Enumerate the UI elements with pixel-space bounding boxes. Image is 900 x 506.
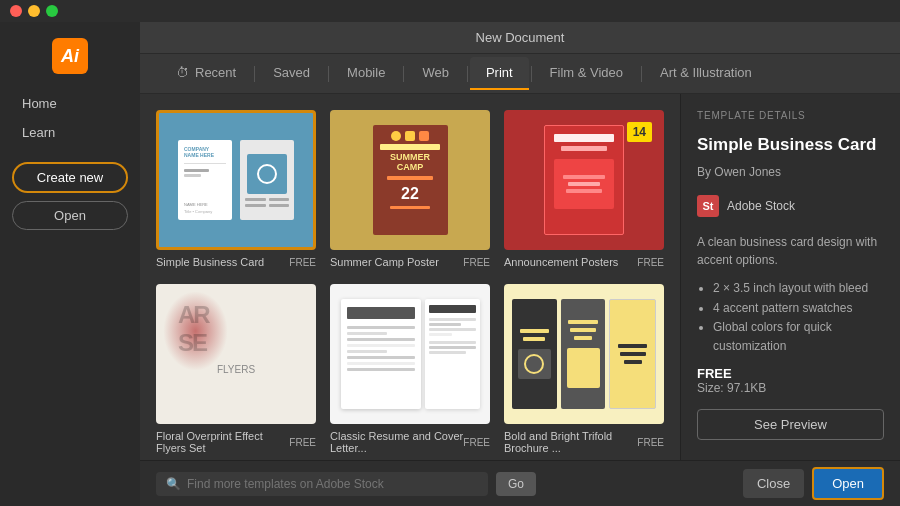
tab-web[interactable]: Web — [406, 57, 465, 90]
trifold-panel-3 — [609, 299, 656, 409]
template-name-resume: Classic Resume and Cover Letter... — [330, 430, 463, 454]
trifold-panel-2 — [561, 299, 606, 409]
template-label-row-floral: Floral Overprint Effect Flyers Set FREE — [156, 430, 316, 454]
clock-icon: ⏱ — [176, 65, 189, 80]
template-thumb-announcement: 14 — [504, 110, 664, 250]
details-section-label: TEMPLATE DETAILS — [697, 110, 884, 121]
search-icon: 🔍 — [166, 477, 181, 491]
template-row-1: COMPANYNAME HERE NAME HERE Title • Compa… — [156, 110, 664, 268]
template-detail-title: Simple Business Card — [697, 135, 884, 155]
template-thumb-summer-camp: SUMMERCAMP 22 — [330, 110, 490, 250]
template-detail-price: FREE Size: 97.1KB — [697, 366, 884, 395]
template-item-biz-card[interactable]: COMPANYNAME HERE NAME HERE Title • Compa… — [156, 110, 316, 268]
template-details-panel: TEMPLATE DETAILS Simple Business Card By… — [680, 94, 900, 460]
tab-divider-3 — [403, 66, 404, 82]
dialog-title: New Document — [140, 22, 900, 54]
biz-card-front: COMPANYNAME HERE NAME HERE Title • Compa… — [178, 140, 232, 220]
bottom-right-buttons: Close Open — [743, 467, 884, 500]
go-button[interactable]: Go — [496, 472, 536, 496]
open-document-button[interactable]: Open — [812, 467, 884, 500]
template-row-2: ARSE FLYERS Floral Overprint Effect Flye… — [156, 284, 664, 454]
template-name-biz-card: Simple Business Card — [156, 256, 264, 268]
tab-divider-6 — [641, 66, 642, 82]
open-button[interactable]: Open — [12, 201, 128, 230]
floral-inner: ARSE FLYERS — [158, 286, 314, 422]
stock-badge: St — [697, 195, 719, 217]
template-item-summer-camp[interactable]: SUMMERCAMP 22 Summer Camp Poster FREE — [330, 110, 490, 268]
tab-divider-1 — [254, 66, 255, 82]
close-button[interactable]: Close — [743, 469, 804, 498]
titlebar — [0, 0, 900, 22]
template-item-floral[interactable]: ARSE FLYERS Floral Overprint Effect Flye… — [156, 284, 316, 454]
template-label-row-announcement: Announcement Posters FREE — [504, 256, 664, 268]
template-badge-floral: FREE — [289, 437, 316, 448]
announcement-inner — [544, 125, 624, 235]
announcement-date-badge: 14 — [627, 122, 652, 142]
app-logo: Ai — [52, 38, 88, 74]
create-new-button[interactable]: Create new — [12, 162, 128, 193]
template-detail-author: By Owen Jones — [697, 165, 884, 179]
template-name-announcement: Announcement Posters — [504, 256, 618, 268]
tab-recent[interactable]: ⏱ Recent — [160, 57, 252, 90]
bullet-1: 2 × 3.5 inch layout with bleed — [713, 279, 884, 298]
template-badge-trifold: FREE — [637, 437, 664, 448]
template-item-announcement[interactable]: 14 Announcement Posters FREE — [504, 110, 664, 268]
bottom-bar: 🔍 Go Close Open — [140, 460, 900, 506]
tab-film-video[interactable]: Film & Video — [534, 57, 639, 90]
see-preview-button[interactable]: See Preview — [697, 409, 884, 440]
template-item-trifold[interactable]: Bold and Bright Trifold Brochure ... FRE… — [504, 284, 664, 454]
tab-divider-5 — [531, 66, 532, 82]
tab-saved[interactable]: Saved — [257, 57, 326, 90]
template-thumb-biz-card: COMPANYNAME HERE NAME HERE Title • Compa… — [156, 110, 316, 250]
search-input[interactable] — [187, 477, 478, 491]
tab-divider-2 — [328, 66, 329, 82]
content-area: COMPANYNAME HERE NAME HERE Title • Compa… — [140, 94, 900, 460]
new-document-dialog: New Document ⏱ Recent Saved Mobile Web P… — [140, 22, 900, 506]
template-label-row-trifold: Bold and Bright Trifold Brochure ... FRE… — [504, 430, 664, 454]
sidebar-item-home[interactable]: Home — [12, 90, 128, 117]
template-name-trifold: Bold and Bright Trifold Brochure ... — [504, 430, 637, 454]
summer-inner: SUMMERCAMP 22 — [373, 125, 448, 235]
template-name-floral: Floral Overprint Effect Flyers Set — [156, 430, 289, 454]
template-badge-biz-card: FREE — [289, 257, 316, 268]
bullet-2: 4 accent pattern swatches — [713, 299, 884, 318]
tab-art-illustration[interactable]: Art & Illustration — [644, 57, 768, 90]
minimize-dot[interactable] — [28, 5, 40, 17]
template-label-row-summer: Summer Camp Poster FREE — [330, 256, 490, 268]
template-item-resume[interactable]: Classic Resume and Cover Letter... FREE — [330, 284, 490, 454]
close-dot[interactable] — [10, 5, 22, 17]
template-detail-bullets: 2 × 3.5 inch layout with bleed 4 accent … — [697, 279, 884, 356]
stock-label: Adobe Stock — [727, 199, 795, 213]
template-badge-summer: FREE — [463, 257, 490, 268]
template-thumb-resume — [330, 284, 490, 424]
maximize-dot[interactable] — [46, 5, 58, 17]
sidebar-item-learn[interactable]: Learn — [12, 119, 128, 146]
search-wrapper: 🔍 — [156, 472, 488, 496]
template-badge-resume: FREE — [463, 437, 490, 448]
tab-bar: ⏱ Recent Saved Mobile Web Print Film & V… — [140, 54, 900, 94]
trifold-panel-1 — [512, 299, 557, 409]
search-area: 🔍 Go — [156, 472, 536, 496]
template-thumb-trifold — [504, 284, 664, 424]
sidebar-nav: Home Learn — [0, 90, 140, 146]
tab-print[interactable]: Print — [470, 57, 529, 90]
template-label-row-resume: Classic Resume and Cover Letter... FREE — [330, 430, 490, 454]
window-controls — [10, 5, 58, 17]
template-label-row-biz-card: Simple Business Card FREE — [156, 256, 316, 268]
tab-divider-4 — [467, 66, 468, 82]
resume-inner — [341, 299, 421, 409]
template-name-summer: Summer Camp Poster — [330, 256, 439, 268]
tab-mobile[interactable]: Mobile — [331, 57, 401, 90]
template-detail-description: A clean business card design with accent… — [697, 233, 884, 269]
adobe-stock-row: St Adobe Stock — [697, 189, 884, 223]
template-grid: COMPANYNAME HERE NAME HERE Title • Compa… — [140, 94, 680, 460]
sidebar: Ai Home Learn Create new Open — [0, 22, 140, 506]
biz-card-back — [240, 140, 294, 220]
sidebar-actions: Create new Open — [0, 146, 140, 238]
template-thumb-floral: ARSE FLYERS — [156, 284, 316, 424]
template-badge-announcement: FREE — [637, 257, 664, 268]
bullet-3: Global colors for quick customization — [713, 318, 884, 356]
